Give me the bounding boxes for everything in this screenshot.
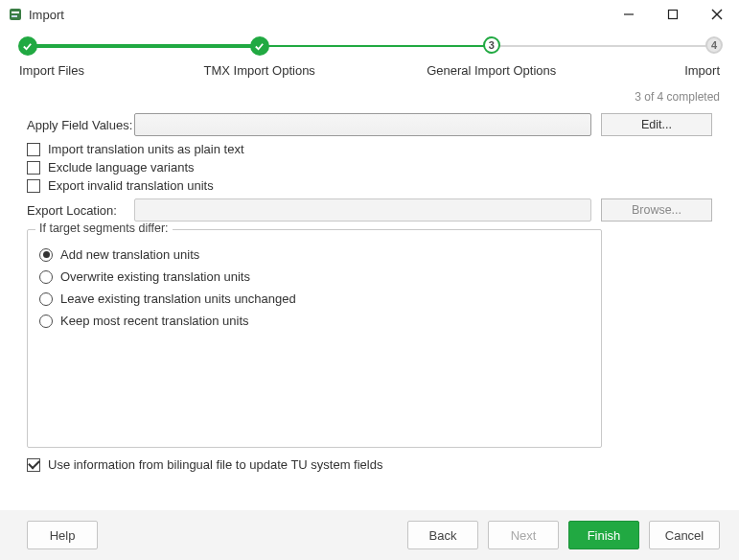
radio-label: Overwrite existing translation units [60, 269, 250, 284]
radio-label: Leave existing translation units unchang… [60, 292, 296, 306]
checkbox-exclude-variants[interactable]: Exclude language variants [27, 160, 712, 175]
checkbox-icon [27, 179, 40, 193]
radio-overwrite[interactable]: Overwrite existing translation units [39, 269, 589, 284]
window-title: Import [29, 8, 607, 22]
step-node-2 [250, 36, 269, 56]
edit-button[interactable]: Edit... [601, 113, 712, 136]
target-segments-group: If target segments differ: Add new trans… [27, 229, 602, 448]
wizard-stepper: 3 4 [19, 36, 720, 61]
checkbox-label: Exclude language variants [48, 160, 195, 175]
checkbox-label: Import translation units as plain text [48, 142, 244, 156]
step-node-3: 3 [483, 36, 500, 54]
progress-text: 3 of 4 completed [0, 90, 720, 104]
maximize-button[interactable] [651, 0, 695, 29]
radio-icon [39, 270, 53, 284]
checkbox-icon [27, 143, 40, 156]
radio-icon [39, 315, 53, 328]
next-button[interactable]: Next [488, 521, 559, 549]
svg-rect-1 [12, 12, 19, 13]
radio-keep-recent[interactable]: Keep most recent translation units [39, 314, 589, 328]
step-label-1: Import Files [19, 63, 84, 78]
step-label-2: TMX Import Options [204, 63, 315, 78]
step-label-4: Import [684, 63, 720, 78]
minimize-button[interactable] [607, 0, 651, 29]
back-button[interactable]: Back [407, 521, 478, 549]
checkbox-icon [27, 161, 40, 175]
close-button[interactable] [695, 0, 739, 29]
group-title: If target segments differ: [35, 222, 173, 235]
apply-field-values-input[interactable] [134, 113, 591, 136]
checkbox-label: Export invalid translation units [48, 178, 214, 193]
app-icon [8, 7, 23, 22]
dialog-footer: Help Back Next Finish Cancel [0, 510, 739, 560]
window-titlebar: Import [0, 0, 739, 29]
radio-icon [39, 248, 53, 262]
checkbox-label: Use information from bilingual file to u… [48, 457, 382, 472]
cancel-button[interactable]: Cancel [649, 521, 720, 549]
export-location-label: Export Location: [27, 203, 134, 218]
radio-add-new[interactable]: Add new translation units [39, 247, 589, 262]
step-node-1 [18, 36, 37, 56]
checkbox-use-bilingual[interactable]: Use information from bilingual file to u… [27, 457, 712, 472]
svg-rect-4 [669, 11, 678, 19]
export-location-input [134, 198, 591, 222]
finish-button[interactable]: Finish [568, 521, 639, 549]
radio-label: Keep most recent translation units [60, 314, 249, 328]
stepper-labels: Import Files TMX Import Options General … [19, 63, 720, 84]
help-button[interactable]: Help [27, 521, 98, 549]
checkbox-export-invalid[interactable]: Export invalid translation units [27, 178, 712, 193]
svg-rect-0 [10, 9, 21, 20]
step-node-4: 4 [705, 36, 723, 54]
apply-field-values-label: Apply Field Values: [27, 118, 134, 132]
svg-rect-2 [12, 15, 17, 17]
radio-label: Add new translation units [60, 247, 199, 262]
step-label-3: General Import Options [427, 63, 556, 78]
checkbox-plain-text[interactable]: Import translation units as plain text [27, 142, 712, 156]
checkbox-icon [27, 458, 40, 472]
browse-button[interactable]: Browse... [601, 198, 712, 222]
radio-icon [39, 292, 53, 306]
radio-leave-unchanged[interactable]: Leave existing translation units unchang… [39, 292, 589, 306]
